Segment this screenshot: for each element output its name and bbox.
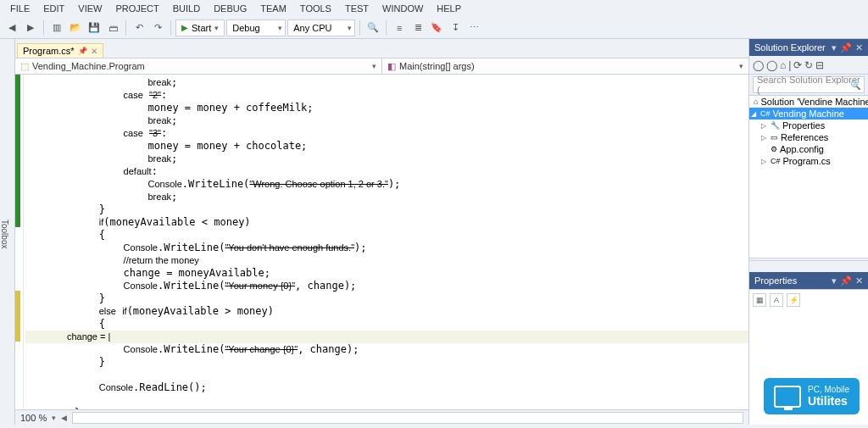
sync-icon[interactable]: ⟳ (793, 59, 802, 71)
step-icon[interactable]: ↧ (447, 19, 464, 36)
tree-h-scrollbar[interactable] (749, 260, 868, 272)
panel-title: Solution Explorer (754, 42, 826, 53)
zoom-level[interactable]: 100 % (20, 413, 47, 423)
explorer-toolbar: ◯ ◯ ⌂ | ⟳ ↻ ⊟ (749, 56, 868, 75)
pin-icon[interactable]: 📌 (78, 47, 87, 55)
solution-explorer-header[interactable]: Solution Explorer ▾📌✕ (749, 39, 868, 56)
editor-statusbar: 100 % ▾ ◀ (15, 409, 748, 425)
config-combo[interactable]: Debug (226, 19, 286, 36)
toolbox-sidetab[interactable]: Toolbox (0, 39, 15, 425)
undo-icon[interactable]: ↶ (131, 19, 147, 36)
close-icon[interactable]: ✕ (855, 42, 863, 53)
alpha-icon[interactable]: A (770, 293, 783, 307)
home-icon[interactable]: ⌂ (780, 59, 786, 71)
menu-test[interactable]: TEST (338, 2, 376, 15)
menu-edit[interactable]: EDIT (36, 2, 71, 15)
pin-icon[interactable]: 📌 (840, 275, 852, 286)
properties-header[interactable]: Properties ▾📌✕ (749, 272, 868, 289)
search-placeholder: Search Solution Explorer ( (757, 75, 860, 95)
tree-node[interactable]: ⚙App.config (749, 143, 868, 155)
find-icon[interactable]: 🔍 (364, 19, 381, 36)
h-scrollbar[interactable] (72, 412, 743, 424)
scope-combo[interactable]: ⬚ Vending_Machine.Program (15, 58, 381, 74)
dropdown-icon[interactable]: ▾ (832, 275, 837, 286)
right-dock: Solution Explorer ▾📌✕ ◯ ◯ ⌂ | ⟳ ↻ ⊟ Sear… (749, 39, 868, 425)
tree-node[interactable]: ◢C#Vending Machine (749, 108, 868, 120)
editor-zone: Program.cs* 📌 ✕ ⬚ Vending_Machine.Progra… (15, 39, 749, 425)
fwd-icon[interactable]: ◯ (766, 59, 777, 71)
menu-build[interactable]: BUILD (166, 2, 207, 15)
main-toolbar: ◀ ▶ ▥ 📂 💾 🗃 ↶ ↷ ▶ Start ▾ Debug Any CPU … (0, 17, 868, 39)
nav-fwd-icon[interactable]: ▶ (22, 19, 39, 36)
categorized-icon[interactable]: ▦ (753, 293, 766, 307)
scope-label: Vending_Machine.Program (32, 61, 145, 71)
start-debug-button[interactable]: ▶ Start ▾ (175, 19, 225, 36)
save-icon[interactable]: 💾 (86, 19, 103, 36)
play-icon: ▶ (181, 23, 188, 32)
member-label: Main(string[] args) (399, 61, 475, 71)
panel-title: Properties (754, 275, 797, 286)
explorer-search[interactable]: Search Solution Explorer ( (753, 76, 865, 93)
menu-bar: FILEEDITVIEWPROJECTBUILDDEBUGTEAMTOOLSTE… (0, 0, 868, 17)
tree-node[interactable]: ⌂Solution 'Vendine Machine (749, 96, 868, 108)
menu-tools[interactable]: TOOLS (293, 2, 338, 15)
bookmark-icon[interactable]: 🔖 (428, 19, 445, 36)
back-icon[interactable]: ◯ (753, 59, 764, 71)
misc-icon[interactable]: ⋯ (465, 19, 482, 36)
menu-file[interactable]: FILE (3, 2, 36, 15)
monitor-icon (774, 386, 801, 408)
menu-debug[interactable]: DEBUG (207, 2, 253, 15)
comment-icon[interactable]: ≡ (391, 19, 408, 36)
events-icon[interactable]: ⚡ (787, 293, 800, 307)
document-tab-program[interactable]: Program.cs* 📌 ✕ (17, 43, 103, 58)
start-label: Start (192, 23, 211, 33)
close-icon[interactable]: ✕ (855, 275, 863, 286)
tab-title: Program.cs* (23, 46, 75, 56)
uncomment-icon[interactable]: ≣ (409, 19, 426, 36)
platform-combo[interactable]: Any CPU (287, 19, 355, 36)
watermark-small: PC, Mobile (808, 385, 849, 394)
redo-icon[interactable]: ↷ (149, 19, 166, 36)
watermark-badge: PC, Mobile Utilites (764, 378, 860, 414)
collapse-icon[interactable]: ⊟ (815, 59, 824, 71)
refresh-icon[interactable]: ↻ (804, 59, 813, 71)
nav-back-icon[interactable]: ◀ (3, 19, 20, 36)
pin-icon[interactable]: 📌 (840, 42, 852, 53)
code-editor[interactable]: break; case "2": money = money + coffeeM… (15, 75, 748, 409)
member-combo[interactable]: ◧ Main(string[] args) (381, 58, 748, 74)
tree-node[interactable]: ▷🔧Properties (749, 120, 868, 131)
save-all-icon[interactable]: 🗃 (104, 19, 121, 36)
watermark-big: Utilites (808, 394, 848, 408)
solution-tree[interactable]: ⌂Solution 'Vendine Machine◢C#Vending Mac… (749, 95, 868, 258)
open-icon[interactable]: 📂 (67, 19, 84, 36)
menu-help[interactable]: HELP (430, 2, 468, 15)
tree-node[interactable]: ▷▭References (749, 131, 868, 143)
menu-project[interactable]: PROJECT (108, 2, 165, 15)
tree-node[interactable]: ▷C#Program.cs (749, 155, 868, 167)
document-tabs: Program.cs* 📌 ✕ (15, 39, 748, 58)
menu-view[interactable]: VIEW (71, 2, 108, 15)
menu-window[interactable]: WINDOW (376, 2, 430, 15)
menu-team[interactable]: TEAM (253, 2, 293, 15)
close-icon[interactable]: ✕ (91, 47, 97, 56)
new-project-icon[interactable]: ▥ (48, 19, 65, 36)
dropdown-icon[interactable]: ▾ (832, 42, 837, 53)
